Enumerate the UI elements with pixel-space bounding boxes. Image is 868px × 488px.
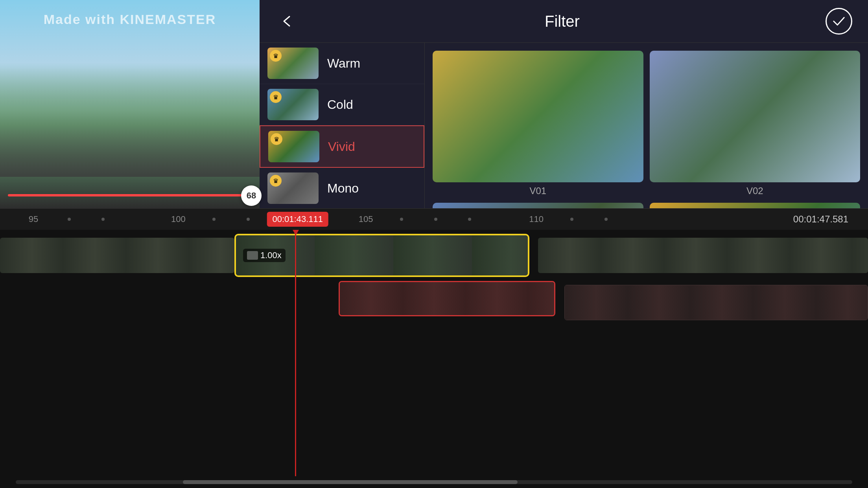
filter-grid: V01 V02 V03 V04	[425, 43, 868, 208]
filter-item-cold[interactable]: ♛ Cold	[260, 84, 424, 125]
filter-name-vivid: Vivid	[328, 139, 355, 154]
primary-track-row: 1.00x	[0, 234, 868, 277]
timeline-area: 95 100 00:01:43.111 105 110 00:01:47.581	[0, 208, 868, 488]
filter-item-vivid[interactable]: ♛ Vivid	[260, 125, 424, 168]
filter-thumb-mono: ♛	[267, 172, 319, 204]
slider-area: 68	[0, 194, 260, 196]
clip-bg-right[interactable]	[538, 238, 868, 273]
back-button[interactable]	[275, 9, 299, 33]
ruler-tick-105: 105	[359, 214, 373, 224]
filter-content: ♛ Warm ♛ Cold ♛ Vivid ♛ Mono ♛ Low Satur…	[260, 43, 868, 208]
filter-panel: Filter ♛ Warm ♛ Cold ♛ Vi	[260, 0, 868, 208]
confirm-button[interactable]	[826, 8, 852, 35]
selected-clip[interactable]: 1.00x	[234, 234, 529, 277]
filter-item-warm[interactable]: ♛ Warm	[260, 43, 424, 84]
grid-item-v01[interactable]: V01	[433, 51, 643, 196]
crown-badge-mono: ♛	[270, 175, 282, 187]
ruler-tick-95: 95	[29, 214, 38, 224]
speed-value: 1.00x	[260, 250, 282, 261]
filter-thumb-vivid: ♛	[268, 131, 319, 162]
grid-item-v04[interactable]: V04	[650, 203, 861, 208]
crown-badge-cold: ♛	[270, 91, 282, 103]
secondary-clip[interactable]	[339, 281, 556, 316]
current-timecode: 00:01:43.111	[267, 212, 328, 227]
scrollbar-thumb[interactable]	[183, 480, 518, 484]
filter-name-cold: Cold	[327, 97, 353, 112]
ruler-tick-100: 100	[171, 214, 186, 224]
grid-item-v03[interactable]: V03	[433, 203, 643, 208]
filter-header: Filter	[260, 0, 868, 43]
watermark-prefix: Made with	[44, 12, 120, 27]
grid-label-v02: V02	[746, 185, 763, 196]
main-area: Made with KINEMASTER 68 Filter	[0, 0, 868, 208]
grid-thumb-v01	[433, 51, 643, 182]
timeline-ruler: 95 100 00:01:43.111 105 110 00:01:47.581	[0, 208, 868, 230]
clip-film-icon	[247, 251, 258, 260]
speed-badge: 1.00x	[243, 249, 286, 262]
playhead	[295, 230, 296, 476]
filter-title: Filter	[545, 13, 580, 30]
filter-list: ♛ Warm ♛ Cold ♛ Vivid ♛ Mono ♛ Low Satur…	[260, 43, 425, 208]
watermark-brand: KINEMASTER	[120, 12, 216, 27]
scrollbar-track[interactable]	[16, 480, 852, 484]
slider-thumb[interactable]: 68	[241, 185, 262, 206]
secondary-clip-right[interactable]	[564, 285, 868, 320]
preview-area: Made with KINEMASTER 68	[0, 0, 260, 208]
clip-bg-left[interactable]	[0, 238, 234, 273]
filter-thumb-cold: ♛	[267, 89, 319, 120]
grid-item-v02[interactable]: V02	[650, 51, 861, 196]
filter-name-mono: Mono	[327, 181, 359, 196]
watermark: Made with KINEMASTER	[44, 12, 216, 27]
filter-name-warm: Warm	[327, 56, 360, 71]
ruler-tick-110: 110	[529, 214, 544, 224]
grid-thumb-v04	[650, 203, 861, 208]
crown-badge-vivid: ♛	[271, 133, 282, 145]
secondary-track-row	[0, 281, 868, 316]
filter-thumb-warm: ♛	[267, 48, 319, 79]
grid-label-v01: V01	[529, 185, 546, 196]
preview-scene	[0, 67, 260, 177]
timeline-tracks: 1.00x	[0, 230, 868, 476]
slider-track[interactable]: 68	[8, 194, 252, 196]
crown-badge-warm: ♛	[270, 50, 282, 62]
ruler-numbers: 95 100 00:01:43.111 105 110 00:01:47.581	[8, 209, 860, 230]
grid-thumb-v02	[650, 51, 861, 182]
grid-thumb-v03	[433, 203, 643, 208]
filter-item-mono[interactable]: ♛ Mono	[260, 168, 424, 208]
scrollbar-area	[0, 476, 868, 488]
end-timecode: 00:01:47.581	[793, 214, 848, 225]
